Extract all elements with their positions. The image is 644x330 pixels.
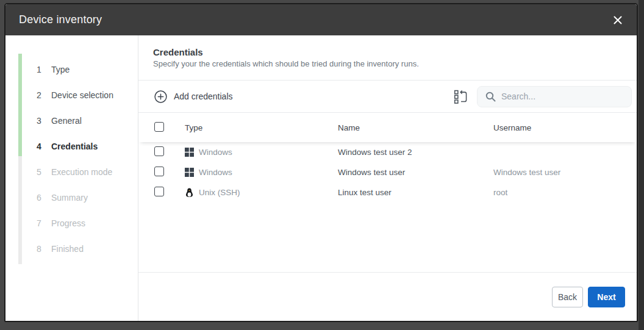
sidebar-item-credentials[interactable]: 4 Credentials: [5, 134, 138, 159]
dialog-body: 1 Type 2 Device selection 3 General 4 Cr…: [5, 35, 637, 321]
credential-username: root: [493, 188, 637, 197]
table-empty-area: [138, 203, 637, 272]
credential-type: Windows: [199, 148, 232, 157]
credential-name: Windows test user 2: [338, 148, 493, 157]
credential-name: Linux test user: [338, 188, 493, 197]
sidebar-item-general[interactable]: 3 General: [5, 108, 138, 134]
step-heading-block: Credentials Specify your the credentials…: [138, 35, 637, 81]
magnifier-icon: [485, 91, 496, 102]
column-header-type: Type: [185, 123, 338, 132]
credential-type: Unix (SSH): [199, 188, 240, 197]
column-chooser-icon[interactable]: [454, 89, 468, 104]
plus-circle-icon: [154, 90, 167, 103]
sidebar-item-device-selection[interactable]: 2 Device selection: [5, 82, 138, 108]
row-checkbox[interactable]: [154, 146, 164, 156]
close-icon[interactable]: [610, 12, 626, 28]
next-button[interactable]: Next: [588, 287, 625, 307]
steps-list: 1 Type 2 Device selection 3 General 4 Cr…: [5, 57, 138, 262]
dialog-title: Device inventory: [19, 13, 102, 26]
credential-username: Windows test user: [493, 168, 637, 177]
sidebar-item-execution-mode[interactable]: 5 Execution mode: [5, 159, 138, 185]
add-credentials-label: Add credentials: [174, 91, 233, 101]
table-row[interactable]: Unix (SSH) Linux test user root: [138, 182, 637, 203]
credentials-toolbar: Add credentials: [138, 81, 637, 113]
sidebar-item-summary[interactable]: 6 Summary: [5, 185, 138, 210]
add-credentials-button[interactable]: Add credentials: [154, 90, 233, 103]
linux-tux-icon: [185, 188, 194, 198]
row-checkbox[interactable]: [154, 187, 164, 196]
credential-type: Windows: [199, 168, 232, 177]
table-row[interactable]: Windows Windows test user Windows test u…: [138, 162, 637, 182]
dialog-header: Device inventory: [5, 4, 637, 35]
back-button[interactable]: Back: [552, 287, 583, 307]
page-subtitle: Specify your the credentials which shoul…: [153, 59, 622, 68]
windows-icon: [185, 168, 194, 177]
search-input[interactable]: [501, 91, 625, 101]
select-all-checkbox[interactable]: [154, 122, 164, 132]
toolbar-right-group: [454, 86, 632, 107]
select-all-cell: [138, 122, 185, 134]
credential-name: Windows test user: [338, 168, 493, 177]
page-title: Credentials: [153, 47, 622, 57]
sidebar-item-progress[interactable]: 7 Progress: [5, 210, 138, 236]
windows-icon: [185, 148, 194, 157]
dialog-footer: Back Next: [138, 272, 637, 321]
column-header-name: Name: [338, 123, 493, 132]
column-header-username: Username: [493, 123, 637, 132]
step-content: Credentials Specify your the credentials…: [138, 35, 637, 321]
wizard-steps-sidebar: 1 Type 2 Device selection 3 General 4 Cr…: [5, 35, 138, 321]
background-overlay: Device inventory 1 Type: [0, 0, 644, 330]
search-box: [477, 86, 632, 107]
sidebar-item-finished[interactable]: 8 Finished: [5, 236, 138, 262]
row-checkbox[interactable]: [154, 167, 164, 176]
table-row[interactable]: Windows Windows test user 2: [138, 142, 637, 162]
sidebar-item-type[interactable]: 1 Type: [5, 57, 138, 82]
device-inventory-dialog: Device inventory 1 Type: [4, 3, 638, 322]
table-header-row: Type Name Username: [138, 113, 637, 142]
